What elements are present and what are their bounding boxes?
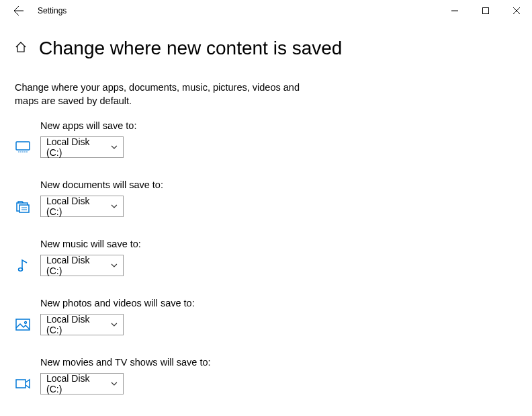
photos-icon bbox=[15, 319, 31, 331]
svg-rect-9 bbox=[16, 319, 30, 330]
svg-point-3 bbox=[20, 151, 21, 153]
setting-label: New photos and videos will save to: bbox=[40, 298, 517, 308]
svg-rect-11 bbox=[16, 380, 26, 388]
chevron-down-icon bbox=[111, 145, 118, 149]
setting-label: New apps will save to: bbox=[40, 120, 517, 131]
page-title: Change where new content is saved bbox=[39, 38, 342, 59]
setting-label: New music will save to: bbox=[40, 239, 517, 249]
setting-movies: New movies and TV shows will save to: Lo… bbox=[15, 357, 517, 394]
dropdown-value: Local Disk (C:) bbox=[46, 373, 107, 394]
svg-point-6 bbox=[26, 151, 28, 153]
maximize-button[interactable] bbox=[470, 0, 501, 22]
chevron-down-icon bbox=[111, 204, 118, 208]
minimize-icon bbox=[451, 7, 458, 14]
svg-point-4 bbox=[22, 151, 24, 153]
arrow-left-icon bbox=[13, 5, 24, 16]
back-button[interactable] bbox=[5, 0, 32, 22]
titlebar: Settings bbox=[0, 0, 532, 22]
svg-point-2 bbox=[18, 151, 19, 153]
svg-point-10 bbox=[25, 321, 27, 323]
home-icon bbox=[15, 41, 27, 53]
close-icon bbox=[513, 7, 520, 14]
setting-label: New movies and TV shows will save to: bbox=[40, 357, 517, 368]
dropdown-value: Local Disk (C:) bbox=[46, 136, 107, 158]
setting-music: New music will save to: Local Disk (C:) bbox=[15, 239, 517, 276]
music-location-dropdown[interactable]: Local Disk (C:) bbox=[40, 255, 124, 276]
setting-label: New documents will save to: bbox=[40, 179, 517, 190]
setting-apps: New apps will save to: Local Disk (C:) bbox=[15, 120, 517, 158]
photos-location-dropdown[interactable]: Local Disk (C:) bbox=[40, 314, 124, 335]
settings-list: New apps will save to: Local Disk (C:) N… bbox=[0, 108, 532, 394]
documents-icon bbox=[15, 200, 31, 213]
svg-point-5 bbox=[24, 151, 26, 153]
chevron-down-icon bbox=[111, 323, 118, 327]
movies-icon bbox=[15, 378, 31, 389]
music-icon bbox=[15, 258, 31, 273]
minimize-button[interactable] bbox=[439, 0, 470, 22]
chevron-down-icon bbox=[111, 382, 118, 386]
svg-rect-1 bbox=[16, 142, 30, 150]
dropdown-value: Local Disk (C:) bbox=[46, 196, 107, 217]
window-controls bbox=[439, 0, 532, 22]
close-button[interactable] bbox=[501, 0, 532, 22]
page-description: Change where your apps, documents, music… bbox=[0, 65, 322, 108]
window-title: Settings bbox=[38, 6, 66, 15]
apps-icon bbox=[15, 141, 31, 153]
setting-photos: New photos and videos will save to: Loca… bbox=[15, 298, 517, 335]
apps-location-dropdown[interactable]: Local Disk (C:) bbox=[40, 136, 124, 158]
home-button[interactable] bbox=[15, 41, 27, 56]
svg-rect-7 bbox=[19, 205, 29, 212]
movies-location-dropdown[interactable]: Local Disk (C:) bbox=[40, 373, 124, 394]
dropdown-value: Local Disk (C:) bbox=[46, 255, 107, 276]
maximize-icon bbox=[482, 7, 489, 14]
dropdown-value: Local Disk (C:) bbox=[46, 314, 107, 335]
setting-documents: New documents will save to: Local Disk (… bbox=[15, 179, 517, 217]
chevron-down-icon bbox=[111, 263, 118, 267]
header: Change where new content is saved bbox=[0, 22, 532, 65]
documents-location-dropdown[interactable]: Local Disk (C:) bbox=[40, 196, 124, 217]
svg-rect-0 bbox=[483, 8, 489, 14]
